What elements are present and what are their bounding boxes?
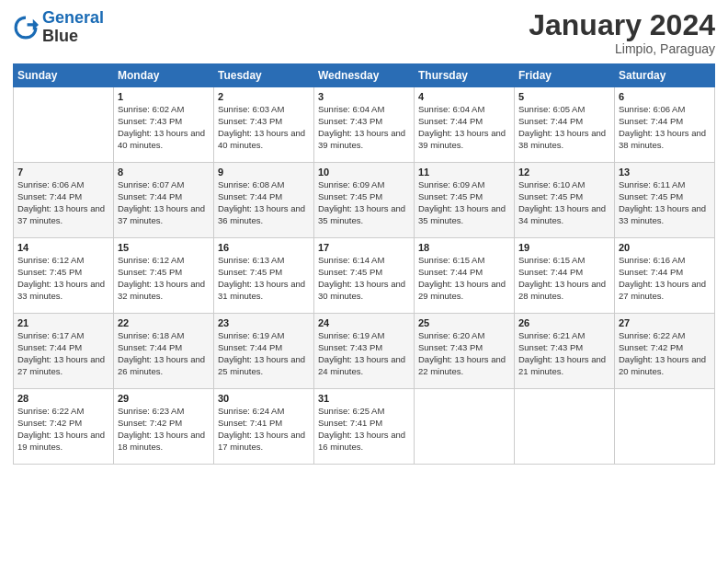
calendar-week-row: 1Sunrise: 6:02 AMSunset: 7:43 PMDaylight… (14, 87, 715, 163)
calendar-cell: 21Sunrise: 6:17 AMSunset: 7:44 PMDayligh… (14, 314, 114, 389)
day-info: Sunrise: 6:23 AMSunset: 7:42 PMDaylight:… (118, 406, 210, 453)
day-info: Sunrise: 6:12 AMSunset: 7:45 PMDaylight:… (118, 255, 210, 302)
day-info: Sunrise: 6:06 AMSunset: 7:44 PMDaylight:… (619, 104, 711, 151)
day-number: 27 (619, 317, 711, 328)
calendar-cell (515, 389, 615, 465)
weekday-header-friday: Friday (515, 64, 615, 87)
weekday-header-wednesday: Wednesday (314, 64, 415, 87)
day-info: Sunrise: 6:13 AMSunset: 7:45 PMDaylight:… (218, 255, 310, 302)
calendar-cell: 24Sunrise: 6:19 AMSunset: 7:43 PMDayligh… (314, 314, 415, 389)
calendar-cell: 7Sunrise: 6:06 AMSunset: 7:44 PMDaylight… (14, 163, 114, 238)
day-number: 18 (418, 242, 510, 253)
day-info: Sunrise: 6:19 AMSunset: 7:43 PMDaylight:… (318, 330, 410, 377)
page-header: General Blue January 2024 Limpio, Paragu… (13, 9, 715, 56)
logo-icon (13, 15, 39, 40)
calendar-cell: 12Sunrise: 6:10 AMSunset: 7:45 PMDayligh… (515, 163, 615, 238)
calendar-cell: 25Sunrise: 6:20 AMSunset: 7:43 PMDayligh… (415, 314, 515, 389)
day-info: Sunrise: 6:19 AMSunset: 7:44 PMDaylight:… (218, 330, 310, 377)
day-number: 4 (418, 91, 510, 102)
weekday-header-saturday: Saturday (615, 64, 715, 87)
day-number: 3 (318, 91, 410, 102)
day-info: Sunrise: 6:14 AMSunset: 7:45 PMDaylight:… (318, 255, 410, 302)
calendar-cell: 31Sunrise: 6:25 AMSunset: 7:41 PMDayligh… (314, 389, 415, 465)
calendar-cell: 10Sunrise: 6:09 AMSunset: 7:45 PMDayligh… (314, 163, 415, 238)
calendar-cell: 1Sunrise: 6:02 AMSunset: 7:43 PMDaylight… (114, 87, 214, 163)
calendar-cell: 11Sunrise: 6:09 AMSunset: 7:45 PMDayligh… (415, 163, 515, 238)
weekday-header-sunday: Sunday (14, 64, 114, 87)
day-number: 21 (17, 317, 109, 328)
calendar-cell: 22Sunrise: 6:18 AMSunset: 7:44 PMDayligh… (114, 314, 214, 389)
day-info: Sunrise: 6:18 AMSunset: 7:44 PMDaylight:… (118, 330, 210, 377)
day-number: 19 (518, 242, 610, 253)
day-info: Sunrise: 6:17 AMSunset: 7:44 PMDaylight:… (17, 330, 109, 377)
calendar-cell: 16Sunrise: 6:13 AMSunset: 7:45 PMDayligh… (214, 238, 314, 314)
calendar-cell: 28Sunrise: 6:22 AMSunset: 7:42 PMDayligh… (14, 389, 114, 465)
weekday-header-thursday: Thursday (415, 64, 515, 87)
day-number: 16 (218, 242, 310, 253)
day-number: 6 (619, 91, 711, 102)
calendar-cell: 6Sunrise: 6:06 AMSunset: 7:44 PMDaylight… (615, 87, 715, 163)
day-number: 15 (118, 242, 210, 253)
calendar-cell: 29Sunrise: 6:23 AMSunset: 7:42 PMDayligh… (114, 389, 214, 465)
calendar-week-row: 21Sunrise: 6:17 AMSunset: 7:44 PMDayligh… (14, 314, 715, 389)
weekday-header-monday: Monday (114, 64, 214, 87)
calendar-cell: 19Sunrise: 6:15 AMSunset: 7:44 PMDayligh… (515, 238, 615, 314)
day-number: 10 (318, 167, 410, 178)
day-number: 29 (118, 393, 210, 404)
day-number: 11 (418, 167, 510, 178)
day-info: Sunrise: 6:15 AMSunset: 7:44 PMDaylight:… (518, 255, 610, 302)
calendar-week-row: 7Sunrise: 6:06 AMSunset: 7:44 PMDaylight… (14, 163, 715, 238)
calendar-cell: 18Sunrise: 6:15 AMSunset: 7:44 PMDayligh… (415, 238, 515, 314)
calendar-cell: 4Sunrise: 6:04 AMSunset: 7:44 PMDaylight… (415, 87, 515, 163)
day-number: 13 (619, 167, 711, 178)
day-info: Sunrise: 6:11 AMSunset: 7:45 PMDaylight:… (619, 179, 711, 226)
day-number: 1 (118, 91, 210, 102)
day-info: Sunrise: 6:08 AMSunset: 7:44 PMDaylight:… (218, 179, 310, 226)
calendar-cell: 17Sunrise: 6:14 AMSunset: 7:45 PMDayligh… (314, 238, 415, 314)
day-number: 31 (318, 393, 410, 404)
calendar-table: SundayMondayTuesdayWednesdayThursdayFrid… (13, 63, 715, 465)
day-info: Sunrise: 6:10 AMSunset: 7:45 PMDaylight:… (518, 179, 610, 226)
day-number: 22 (118, 317, 210, 328)
month-title: January 2024 (529, 9, 715, 41)
calendar-cell: 8Sunrise: 6:07 AMSunset: 7:44 PMDaylight… (114, 163, 214, 238)
weekday-header-tuesday: Tuesday (214, 64, 314, 87)
day-info: Sunrise: 6:03 AMSunset: 7:43 PMDaylight:… (218, 104, 310, 151)
day-number: 28 (17, 393, 109, 404)
day-number: 9 (218, 167, 310, 178)
calendar-cell (415, 389, 515, 465)
calendar-cell: 26Sunrise: 6:21 AMSunset: 7:43 PMDayligh… (515, 314, 615, 389)
calendar-cell (615, 389, 715, 465)
logo-text: General Blue (42, 9, 104, 46)
day-number: 17 (318, 242, 410, 253)
day-number: 23 (218, 317, 310, 328)
day-number: 26 (518, 317, 610, 328)
day-info: Sunrise: 6:22 AMSunset: 7:42 PMDaylight:… (17, 406, 109, 453)
day-info: Sunrise: 6:24 AMSunset: 7:41 PMDaylight:… (218, 406, 310, 453)
calendar-week-row: 28Sunrise: 6:22 AMSunset: 7:42 PMDayligh… (14, 389, 715, 465)
page-container: General Blue January 2024 Limpio, Paragu… (0, 0, 728, 474)
day-number: 2 (218, 91, 310, 102)
day-info: Sunrise: 6:04 AMSunset: 7:44 PMDaylight:… (418, 104, 510, 151)
weekday-header-row: SundayMondayTuesdayWednesdayThursdayFrid… (14, 64, 715, 87)
day-number: 8 (118, 167, 210, 178)
calendar-cell: 5Sunrise: 6:05 AMSunset: 7:44 PMDaylight… (515, 87, 615, 163)
day-info: Sunrise: 6:09 AMSunset: 7:45 PMDaylight:… (418, 179, 510, 226)
logo: General Blue (13, 9, 104, 46)
calendar-cell: 9Sunrise: 6:08 AMSunset: 7:44 PMDaylight… (214, 163, 314, 238)
day-number: 5 (518, 91, 610, 102)
calendar-week-row: 14Sunrise: 6:12 AMSunset: 7:45 PMDayligh… (14, 238, 715, 314)
day-info: Sunrise: 6:22 AMSunset: 7:42 PMDaylight:… (619, 330, 711, 377)
day-info: Sunrise: 6:12 AMSunset: 7:45 PMDaylight:… (17, 255, 109, 302)
day-info: Sunrise: 6:09 AMSunset: 7:45 PMDaylight:… (318, 179, 410, 226)
calendar-cell: 20Sunrise: 6:16 AMSunset: 7:44 PMDayligh… (615, 238, 715, 314)
calendar-cell: 27Sunrise: 6:22 AMSunset: 7:42 PMDayligh… (615, 314, 715, 389)
day-number: 7 (17, 167, 109, 178)
day-info: Sunrise: 6:15 AMSunset: 7:44 PMDaylight:… (418, 255, 510, 302)
calendar-cell: 3Sunrise: 6:04 AMSunset: 7:43 PMDaylight… (314, 87, 415, 163)
day-info: Sunrise: 6:16 AMSunset: 7:44 PMDaylight:… (619, 255, 711, 302)
day-info: Sunrise: 6:20 AMSunset: 7:43 PMDaylight:… (418, 330, 510, 377)
day-number: 30 (218, 393, 310, 404)
day-info: Sunrise: 6:07 AMSunset: 7:44 PMDaylight:… (118, 179, 210, 226)
title-block: January 2024 Limpio, Paraguay (529, 9, 715, 56)
